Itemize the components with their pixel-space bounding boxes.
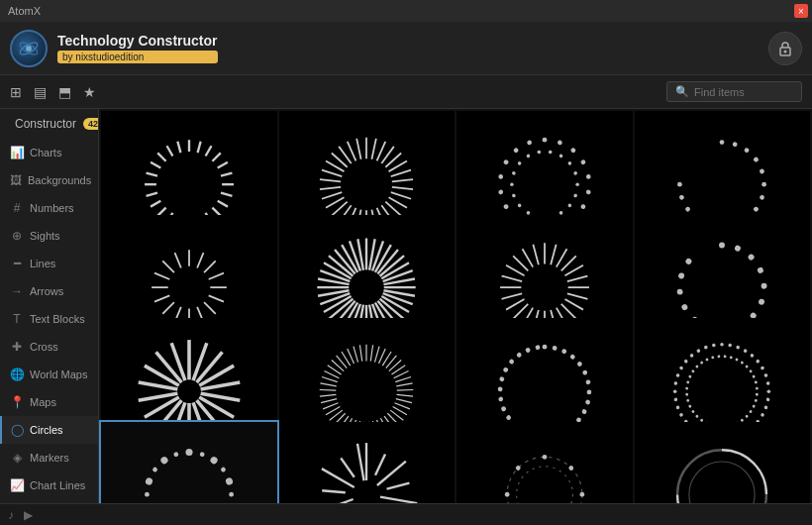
svg-line-41 [391,192,411,199]
svg-point-74 [503,203,509,209]
svg-point-321 [676,405,681,410]
svg-point-191 [734,245,742,253]
svg-line-401 [341,459,355,477]
svg-point-304 [766,381,770,385]
sidebar-item-text-blocks[interactable]: T Text Blocks [0,305,98,333]
svg-point-411 [505,492,510,497]
svg-point-327 [683,359,688,364]
svg-point-94 [511,170,516,175]
svg-point-287 [500,405,506,411]
svg-point-269 [552,345,558,351]
svg-line-265 [348,349,355,364]
charts-icon: 📊 [10,146,24,159]
sidebar-item-charts[interactable]: 📊 Charts [0,139,98,166]
svg-point-305 [767,389,771,393]
text-blocks-icon: T [10,312,24,326]
svg-line-258 [321,383,337,386]
sliders-icon[interactable]: ⊞ [10,84,22,100]
svg-line-53 [322,192,342,199]
svg-point-190 [719,243,725,249]
svg-point-104 [760,194,765,200]
svg-point-324 [674,381,678,385]
sidebar-item-sights[interactable]: ⊕ Sights [0,222,98,250]
sidebar-item-world-maps[interactable]: 🌐 World Maps [0,361,98,388]
svg-line-55 [320,179,341,181]
svg-line-224 [371,345,373,361]
svg-line-232 [396,376,412,381]
svg-point-356 [688,404,692,408]
svg-line-235 [397,394,413,396]
svg-line-174 [564,299,582,310]
svg-point-359 [685,386,688,389]
svg-line-402 [357,444,364,480]
svg-line-175 [560,304,575,319]
header: Technology Constructor by nixstudioediti… [0,22,812,75]
sidebar-constructor-section[interactable]: Constructor 428 [0,109,98,139]
search-box[interactable]: 🔍 [666,81,802,102]
sidebar-item-cross[interactable]: ✚ Cross [0,333,98,361]
sidebar-item-chart-lines[interactable]: 📈 Chart Lines [0,472,98,499]
svg-point-202 [677,289,684,296]
svg-line-219 [138,382,177,389]
svg-point-83 [573,170,578,175]
svg-line-399 [322,491,346,493]
svg-point-92 [511,193,516,198]
search-input[interactable] [694,86,793,98]
svg-line-124 [162,303,174,315]
svg-point-79 [526,140,532,146]
video-icon[interactable]: ▶ [24,508,33,522]
search-icon: 🔍 [675,85,689,98]
svg-point-331 [712,343,716,347]
svg-point-355 [691,409,695,413]
svg-point-294 [525,347,531,353]
svg-line-38 [391,169,411,176]
svg-point-339 [755,380,758,383]
world-maps-icon: 🌐 [10,368,24,381]
svg-point-306 [766,397,770,401]
svg-point-273 [581,369,587,375]
sidebar-label-arrows: Arrows [30,285,63,297]
svg-point-340 [756,386,759,389]
svg-line-33 [372,139,376,159]
svg-point-99 [732,141,738,147]
svg-point-386 [159,456,169,466]
svg-point-270 [560,348,566,354]
svg-point-328 [689,353,694,358]
sidebar-item-maps[interactable]: 📍 Maps [0,388,98,416]
layout-icon[interactable]: ▤ [34,84,47,100]
svg-point-361 [688,374,692,378]
sidebar-item-circles[interactable]: ◯ Circles [0,416,98,444]
svg-point-373 [229,492,234,497]
sidebar-label-maps: Maps [30,396,56,408]
svg-point-371 [220,467,227,473]
svg-point-66 [585,173,590,178]
svg-point-330 [704,345,709,350]
svg-point-84 [575,182,579,186]
sidebar-item-numbers[interactable]: # Numbers [0,194,98,222]
title-bar: AtomX × [0,0,812,22]
star-icon[interactable]: ★ [83,84,96,100]
svg-point-363 [695,365,699,368]
close-button[interactable]: × [794,4,808,18]
svg-point-105 [753,206,760,213]
svg-point-195 [758,298,765,306]
svg-point-364 [700,361,704,365]
svg-point-387 [173,452,179,458]
lock-button[interactable] [768,32,802,65]
sidebar-item-lines[interactable]: ━ Lines [0,250,98,277]
music-icon[interactable]: ♪ [8,508,14,522]
svg-line-28 [151,161,160,167]
export-icon[interactable]: ⬒ [58,84,71,100]
sidebar-item-markers[interactable]: ◈ Markers [0,444,98,472]
main-layout: Constructor 428 📊 Charts 🖼 Backgrounds #… [0,109,812,525]
constructor-badge: 428 [83,118,99,130]
sidebar-label-markers: Markers [30,452,69,464]
svg-point-291 [502,367,508,372]
sidebar-item-backgrounds[interactable]: 🖼 Backgrounds [0,166,98,194]
svg-line-116 [204,262,216,273]
svg-line-13 [221,172,232,175]
svg-line-117 [208,273,223,279]
svg-line-189 [533,245,539,265]
sidebar-label-lines: Lines [30,258,55,269]
sidebar-item-arrows[interactable]: → Arrows [0,277,98,305]
